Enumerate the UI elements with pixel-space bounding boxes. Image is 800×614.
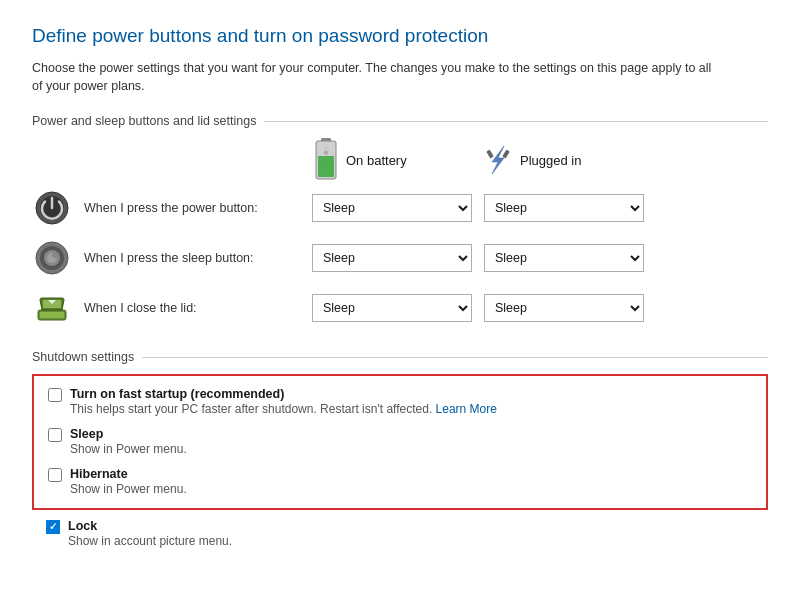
power-battery-dropdown[interactable]: Do nothing Sleep Hibernate Shut down Tur… xyxy=(312,194,472,222)
fast-startup-checkbox[interactable] xyxy=(48,388,62,402)
power-button-row: When I press the power button: Do nothin… xyxy=(32,188,768,228)
sleep-shutdown-sublabel: Show in Power menu. xyxy=(70,441,187,458)
plug-icon xyxy=(482,144,514,176)
page-description: Choose the power settings that you want … xyxy=(32,59,712,97)
fast-startup-label[interactable]: Turn on fast startup (recommended) xyxy=(70,387,284,401)
svg-rect-2 xyxy=(318,156,334,177)
sleep-button-label: When I press the sleep button: xyxy=(84,251,312,265)
sleep-plugged-dropdown[interactable]: Do nothing Sleep Hibernate Shut down Tur… xyxy=(484,244,644,272)
lid-label: When I close the lid: xyxy=(84,301,312,315)
svg-rect-6 xyxy=(486,150,493,159)
sleep-shutdown-row: Sleep Show in Power menu. xyxy=(48,426,752,458)
learn-more-link[interactable]: Learn More xyxy=(436,402,497,416)
lid-battery-dropdown-wrapper[interactable]: Do nothing Sleep Hibernate Shut down Tur… xyxy=(312,294,472,322)
sleep-button-row: When I press the sleep button: Do nothin… xyxy=(32,238,768,278)
hibernate-row: Hibernate Show in Power menu. xyxy=(48,466,752,498)
lid-plugged-dropdown-wrapper[interactable]: Do nothing Sleep Hibernate Shut down Tur… xyxy=(484,294,644,322)
power-buttons-section: Power and sleep buttons and lid settings… xyxy=(32,114,768,328)
svg-rect-16 xyxy=(40,312,64,318)
sleep-shutdown-checkbox[interactable] xyxy=(48,428,62,442)
fast-startup-sublabel: This helps start your PC faster after sh… xyxy=(70,401,497,418)
shutdown-options-box: Turn on fast startup (recommended) This … xyxy=(32,374,768,509)
hibernate-sublabel: Show in Power menu. xyxy=(70,481,187,498)
page-title: Define power buttons and turn on passwor… xyxy=(32,24,768,49)
lid-plugged-dropdown[interactable]: Do nothing Sleep Hibernate Shut down Tur… xyxy=(484,294,644,322)
hibernate-checkbox[interactable] xyxy=(48,468,62,482)
power-button-label: When I press the power button: xyxy=(84,201,312,215)
plugged-in-header: Plugged in xyxy=(482,144,652,176)
power-section-title: Power and sleep buttons and lid settings xyxy=(32,114,768,128)
sleep-battery-dropdown-wrapper[interactable]: Do nothing Sleep Hibernate Shut down Tur… xyxy=(312,244,472,272)
svg-marker-5 xyxy=(492,146,504,174)
power-battery-dropdown-wrapper[interactable]: Do nothing Sleep Hibernate Shut down Tur… xyxy=(312,194,472,222)
shutdown-section-title: Shutdown settings xyxy=(32,350,768,364)
lid-row: When I close the lid: Do nothing Sleep H… xyxy=(32,288,768,328)
svg-point-14 xyxy=(52,252,58,258)
svg-rect-7 xyxy=(502,150,509,159)
on-battery-header: On battery xyxy=(312,138,482,182)
lock-label[interactable]: Lock xyxy=(68,519,97,533)
power-button-icon xyxy=(32,188,72,228)
hibernate-label[interactable]: Hibernate xyxy=(70,467,128,481)
sleep-button-icon xyxy=(32,238,72,278)
fast-startup-row: Turn on fast startup (recommended) This … xyxy=(48,386,752,418)
sleep-shutdown-label[interactable]: Sleep xyxy=(70,427,103,441)
lock-sublabel: Show in account picture menu. xyxy=(68,533,232,550)
lock-row: ✓ Lock Show in account picture menu. xyxy=(32,512,768,554)
sleep-plugged-dropdown-wrapper[interactable]: Do nothing Sleep Hibernate Shut down Tur… xyxy=(484,244,644,272)
battery-icon xyxy=(312,138,340,182)
lid-icon xyxy=(32,288,72,328)
power-plugged-dropdown[interactable]: Do nothing Sleep Hibernate Shut down Tur… xyxy=(484,194,644,222)
shutdown-section: Shutdown settings Turn on fast startup (… xyxy=(32,350,768,553)
power-plugged-dropdown-wrapper[interactable]: Do nothing Sleep Hibernate Shut down Tur… xyxy=(484,194,644,222)
lid-battery-dropdown[interactable]: Do nothing Sleep Hibernate Shut down Tur… xyxy=(312,294,472,322)
column-headers: On battery Plugged in xyxy=(312,138,768,182)
sleep-battery-dropdown[interactable]: Do nothing Sleep Hibernate Shut down Tur… xyxy=(312,244,472,272)
